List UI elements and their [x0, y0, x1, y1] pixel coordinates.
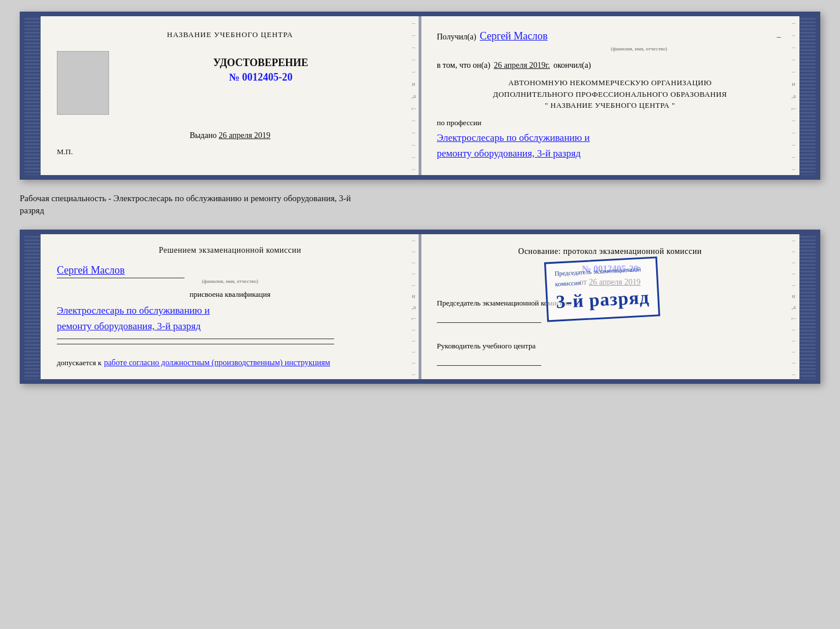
org-block: АВТОНОМНУЮ НЕКОММЕРЧЕСКУЮ ОРГАНИЗАЦИЮ ДО…: [437, 77, 783, 111]
rukovoditel-label: Руководитель учебного центра: [437, 341, 783, 351]
vtom-date: 26 апреля 2019г.: [494, 61, 550, 70]
okончил-label: окончил(а): [553, 61, 591, 70]
poluchil-line: Получил(а) Сергей Маслов –: [437, 30, 783, 42]
photo-placeholder: [57, 51, 109, 115]
vydano-date: 26 апреля 2019: [219, 131, 270, 140]
resheniem-title: Решением экзаменационной комиссии: [57, 246, 403, 255]
between-line1: Рабочая специальность - Электрослесарь п…: [20, 192, 820, 205]
vydano-line: Выдано 26 апреля 2019: [57, 131, 403, 140]
profession-line1: Электрослесарь по обслуживанию и: [437, 130, 783, 146]
org-line3: " НАЗВАНИЕ УЧЕБНОГО ЦЕНТРА ": [437, 100, 783, 111]
cert1-left-page: НАЗВАНИЕ УЧЕБНОГО ЦЕНТРА УДОСТОВЕРЕНИЕ №…: [41, 16, 421, 175]
osnovanie-label: Основание: протокол экзаменационной коми…: [437, 246, 783, 257]
cert1-header: НАЗВАНИЕ УЧЕБНОГО ЦЕНТРА: [57, 30, 403, 39]
edge-decoration-right-2: ––––– и,а‹– –––––: [788, 234, 799, 379]
cert2-name: Сергей Маслов: [57, 264, 125, 276]
rukovoditel-block: Руководитель учебного центра: [437, 341, 783, 366]
fio-label-2: (фамилия, имя, отчество): [57, 278, 403, 284]
between-text: Рабочая специальность - Электрослесарь п…: [20, 189, 820, 220]
between-line2: разряд: [20, 205, 820, 217]
cert2-profession-line2: ремонту оборудования, 3-й разряд: [57, 318, 403, 334]
right-spine-2: [799, 234, 816, 379]
mp-label: М.П.: [57, 147, 403, 157]
udostoverenie-label: УДОСТОВЕРЕНИЕ: [118, 57, 403, 69]
cert2-left-page: Решением экзаменационной комиссии Сергей…: [41, 234, 421, 379]
edge-decoration-left-2: ––––– и,а‹– –––––: [408, 234, 419, 379]
edge-decoration-right: ––––– и,а‹– –––––: [788, 16, 799, 175]
org-line1: АВТОНОМНУЮ НЕКОММЕРЧЕСКУЮ ОРГАНИЗАЦИЮ: [437, 77, 783, 89]
vydano-label: Выдано: [190, 131, 217, 140]
dopuskaetsya-line: допускается к работе согласно должностны…: [57, 358, 403, 368]
cert1-right-page: Получил(а) Сергей Маслов – (фамилия, имя…: [421, 16, 799, 175]
dopuskaetsya-label: допускается к: [57, 358, 102, 368]
left-spine-2: [24, 234, 41, 379]
stamp-big-text: 3-й разряд: [556, 285, 650, 315]
recipient-name: Сергей Маслов: [480, 30, 771, 42]
poluchil-label: Получил(а): [437, 32, 476, 42]
cert2-profession-line1: Электрослесарь по обслуживанию и: [57, 303, 403, 318]
stamp: Председатель экзаменационнойкомиссии 3-й…: [544, 256, 660, 322]
dopusk-text: работе согласно должностным (производств…: [104, 358, 330, 368]
vtom-line: в том, что он(а) 26 апреля 2019г. окончи…: [437, 61, 783, 70]
stamp-prefix: Председатель экзаменационнойкомиссии: [555, 266, 641, 288]
certificate-book-2: Решением экзаменационной комиссии Сергей…: [20, 230, 820, 384]
org-line2: ДОПОЛНИТЕЛЬНОГО ПРОФЕССИОНАЛЬНОГО ОБРАЗО…: [437, 89, 783, 100]
fio-label-1: (фамилия, имя, отчество): [495, 46, 783, 52]
right-spine-1: [799, 16, 816, 175]
vtom-label: в том, что он(а): [437, 61, 490, 70]
profession-line2: ремонту оборудования, 3-й разряд: [437, 146, 783, 161]
prisvoena-label: присвоена квалификация: [57, 290, 403, 299]
left-spine-1: [24, 16, 41, 175]
cert2-right-page: Основание: протокол экзаменационной коми…: [421, 234, 799, 379]
po-professii: по профессии: [437, 118, 783, 128]
edge-decoration-left: ––––– и,а‹– –––––: [408, 16, 419, 175]
cert1-number: № 0012405-20: [118, 71, 403, 83]
certificate-book-1: НАЗВАНИЕ УЧЕБНОГО ЦЕНТРА УДОСТОВЕРЕНИЕ №…: [20, 12, 820, 180]
